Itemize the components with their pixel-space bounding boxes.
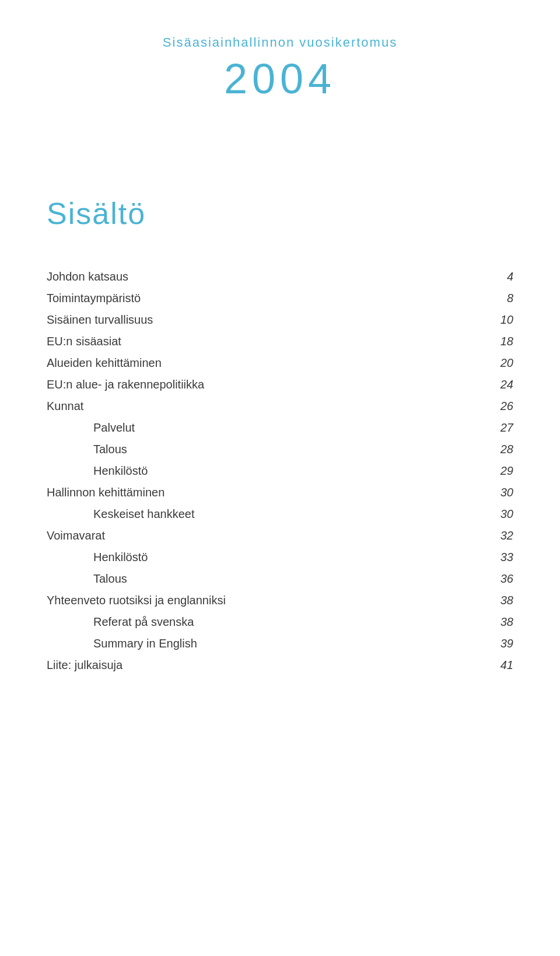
toc-row: Talous28 bbox=[47, 439, 513, 460]
toc-page-number: 27 bbox=[478, 417, 513, 439]
toc-label[interactable]: EU:n sisäasiat bbox=[47, 331, 478, 352]
toc-row: Talous36 bbox=[47, 568, 513, 590]
toc-page-number: 26 bbox=[478, 395, 513, 417]
toc-row: Henkilöstö29 bbox=[47, 460, 513, 482]
toc-label[interactable]: Liite: julkaisuja bbox=[47, 654, 478, 676]
toc-page-number: 24 bbox=[478, 374, 513, 395]
toc-page-number: 41 bbox=[478, 654, 513, 676]
toc-page-number: 32 bbox=[478, 525, 513, 547]
toc-row: Palvelut27 bbox=[47, 417, 513, 439]
toc-page-number: 29 bbox=[478, 460, 513, 482]
toc-page-number: 18 bbox=[478, 331, 513, 352]
toc-label[interactable]: Voimavarat bbox=[47, 525, 478, 547]
header: Sisäasiainhallinnon vuosikertomus 2004 bbox=[47, 35, 513, 103]
toc-page-number: 39 bbox=[478, 633, 513, 654]
toc-row: Referat på svenska38 bbox=[47, 611, 513, 633]
toc-label[interactable]: Sisäinen turvallisuus bbox=[47, 309, 478, 331]
toc-label[interactable]: Palvelut bbox=[47, 417, 478, 439]
toc-row: Kunnat26 bbox=[47, 395, 513, 417]
toc-label[interactable]: Keskeiset hankkeet bbox=[47, 503, 478, 525]
toc-page-number: 33 bbox=[478, 547, 513, 568]
toc-row: Toimintaympäristö8 bbox=[47, 288, 513, 309]
toc-label[interactable]: Hallinnon kehittäminen bbox=[47, 482, 478, 503]
toc-page-number: 20 bbox=[478, 352, 513, 374]
toc-table: Johdon katsaus4Toimintaympäristö8Sisäine… bbox=[47, 266, 513, 676]
header-year: 2004 bbox=[47, 55, 513, 103]
header-subtitle: Sisäasiainhallinnon vuosikertomus bbox=[47, 35, 513, 50]
toc-label[interactable]: Talous bbox=[47, 568, 478, 590]
toc-row: Keskeiset hankkeet30 bbox=[47, 503, 513, 525]
toc-label[interactable]: Summary in English bbox=[47, 633, 478, 654]
toc-page-number: 38 bbox=[478, 611, 513, 633]
toc-row: Johdon katsaus4 bbox=[47, 266, 513, 288]
toc-row: Sisäinen turvallisuus10 bbox=[47, 309, 513, 331]
toc-page-number: 30 bbox=[478, 482, 513, 503]
toc-row: EU:n alue- ja rakennepolitiikka24 bbox=[47, 374, 513, 395]
toc-row: Alueiden kehittäminen20 bbox=[47, 352, 513, 374]
toc-label[interactable]: Yhteenveto ruotsiksi ja englanniksi bbox=[47, 590, 478, 611]
toc-label[interactable]: Toimintaympäristö bbox=[47, 288, 478, 309]
toc-label[interactable]: EU:n alue- ja rakennepolitiikka bbox=[47, 374, 478, 395]
toc-page-number: 28 bbox=[478, 439, 513, 460]
toc-label[interactable]: Henkilöstö bbox=[47, 547, 478, 568]
toc-row: Summary in English39 bbox=[47, 633, 513, 654]
page: Sisäasiainhallinnon vuosikertomus 2004 S… bbox=[0, 0, 560, 956]
section-title: Sisältö bbox=[47, 196, 513, 231]
toc-row: EU:n sisäasiat18 bbox=[47, 331, 513, 352]
toc-row: Voimavarat32 bbox=[47, 525, 513, 547]
toc-label[interactable]: Alueiden kehittäminen bbox=[47, 352, 478, 374]
toc-row: Yhteenveto ruotsiksi ja englanniksi38 bbox=[47, 590, 513, 611]
toc-page-number: 10 bbox=[478, 309, 513, 331]
toc-row: Hallinnon kehittäminen30 bbox=[47, 482, 513, 503]
toc-page-number: 8 bbox=[478, 288, 513, 309]
toc-label[interactable]: Referat på svenska bbox=[47, 611, 478, 633]
toc-page-number: 38 bbox=[478, 590, 513, 611]
toc-row: Liite: julkaisuja41 bbox=[47, 654, 513, 676]
toc-page-number: 4 bbox=[478, 266, 513, 288]
toc-page-number: 30 bbox=[478, 503, 513, 525]
toc-row: Henkilöstö33 bbox=[47, 547, 513, 568]
toc-label[interactable]: Henkilöstö bbox=[47, 460, 478, 482]
toc-label[interactable]: Talous bbox=[47, 439, 478, 460]
toc-label[interactable]: Johdon katsaus bbox=[47, 266, 478, 288]
toc-page-number: 36 bbox=[478, 568, 513, 590]
toc-label[interactable]: Kunnat bbox=[47, 395, 478, 417]
